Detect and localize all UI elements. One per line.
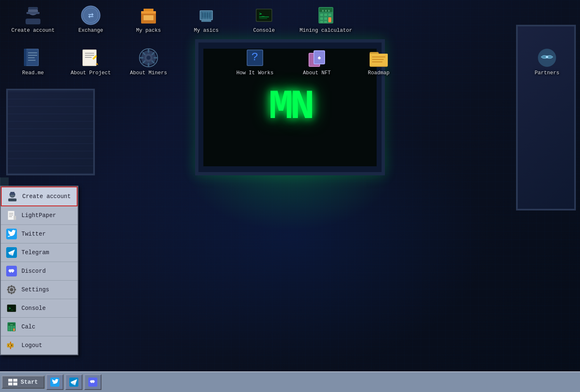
start-icon: [8, 379, 17, 385]
menu-item-calc[interactable]: 888 Calc: [1, 318, 78, 336]
start-label: Start: [21, 379, 38, 385]
menu-console-icon: >_: [6, 302, 17, 314]
my-packs-icon: [138, 5, 159, 26]
taskbar-discord-button[interactable]: [84, 374, 101, 390]
nav-roadmap[interactable]: Roadmap: [352, 45, 406, 78]
svg-point-133: [92, 382, 92, 383]
svg-text:8 8 8: 8 8 8: [322, 9, 330, 12]
nav-exchange[interactable]: ⇄ Exchange: [62, 2, 120, 35]
svg-rect-81: [8, 198, 17, 201]
svg-rect-124: [10, 342, 11, 344]
how-it-works-icon: ?: [244, 47, 266, 68]
partners-icon: [536, 47, 558, 68]
roadmap-icon: [368, 47, 389, 68]
menu-item-logout[interactable]: Logout: [1, 336, 78, 354]
svg-text:⇄: ⇄: [88, 11, 93, 21]
svg-rect-99: [11, 285, 12, 287]
about-nft-icon: ♠: [306, 47, 328, 68]
nav-console[interactable]: >_ Console: [235, 2, 293, 35]
svg-text:?: ?: [252, 51, 259, 64]
my-asics-icon: [196, 5, 217, 26]
menu-item-lightpaper[interactable]: LightPaper: [1, 206, 78, 225]
nav-how-it-works[interactable]: ? How It Works: [228, 45, 282, 78]
exchange-icon: ⇄: [80, 5, 101, 26]
nav-my-packs-label: My packs: [136, 28, 161, 33]
nav-exchange-label: Exchange: [78, 28, 103, 33]
svg-rect-118: [8, 331, 10, 331]
svg-text:>_: >_: [9, 306, 13, 310]
svg-point-79: [546, 56, 548, 58]
svg-rect-114: [13, 326, 15, 328]
menu-item-console[interactable]: >_ Console: [1, 299, 78, 318]
context-menu: Create account LightPaper Twitter: [0, 186, 78, 355]
menu-item-create-account[interactable]: Create account: [1, 187, 78, 206]
menu-create-account-icon: [7, 191, 18, 202]
svg-rect-86: [8, 211, 14, 220]
center-nav-row: ? How It Works ♠ About NFT: [136, 45, 497, 78]
svg-text:♠: ♠: [318, 54, 321, 61]
nav-roadmap-label: Roadmap: [368, 70, 390, 76]
menu-twitter-icon: [6, 228, 17, 240]
svg-point-94: [10, 271, 11, 272]
nav-how-it-works-label: How It Works: [236, 70, 273, 76]
about-project-icon: [80, 47, 101, 68]
taskbar-twitter-icon: [50, 378, 59, 387]
nav-readme-label: Read.me: [22, 70, 44, 76]
menu-item-telegram[interactable]: Telegram: [1, 243, 78, 262]
taskbar-twitter-button[interactable]: [46, 374, 64, 390]
svg-rect-129: [13, 383, 17, 385]
svg-rect-100: [11, 292, 12, 294]
svg-rect-29: [320, 14, 323, 16]
svg-rect-21: [201, 20, 211, 22]
svg-rect-31: [328, 14, 331, 16]
svg-rect-44: [24, 49, 26, 66]
mining-calculator-icon: 8 8 8: [315, 5, 337, 26]
nav-partners[interactable]: Partners: [518, 45, 576, 78]
nav-about-nft[interactable]: ♠ About NFT: [290, 45, 344, 78]
svg-rect-36: [324, 21, 327, 23]
nav-about-project-label: About Project: [71, 70, 111, 76]
svg-rect-26: [259, 18, 267, 19]
start-button[interactable]: Start: [2, 375, 45, 389]
right-nav-row: Partners: [514, 45, 580, 78]
nav-my-packs[interactable]: My packs: [120, 2, 177, 35]
menu-twitter-label: Twitter: [21, 231, 46, 237]
nav-readme[interactable]: Read.me: [4, 45, 62, 78]
svg-rect-125: [10, 347, 11, 349]
svg-rect-126: [8, 379, 12, 382]
svg-text:888: 888: [10, 324, 13, 326]
nav-create-account[interactable]: Create account: [4, 2, 62, 35]
top-nav-row: Create account ⇄ Exchange My pac: [0, 2, 580, 35]
svg-point-123: [9, 345, 11, 346]
svg-rect-3: [26, 12, 40, 14]
nav-mining-calculator[interactable]: 8 8 8 Mining calculator: [293, 2, 359, 35]
menu-telegram-icon: [6, 247, 17, 258]
nav-my-asics[interactable]: My asics: [177, 2, 235, 35]
svg-rect-35: [320, 21, 323, 23]
menu-logout-icon: [6, 340, 17, 351]
menu-item-settings[interactable]: Settings: [1, 281, 78, 299]
taskbar-telegram-button[interactable]: [65, 374, 83, 390]
menu-telegram-label: Telegram: [21, 249, 49, 256]
menu-item-discord[interactable]: Discord: [1, 262, 78, 281]
svg-rect-115: [8, 328, 10, 330]
left-panel-decoration: [6, 89, 95, 175]
svg-rect-117: [13, 328, 15, 331]
svg-rect-30: [324, 14, 327, 16]
svg-rect-2: [26, 19, 40, 24]
svg-rect-33: [324, 17, 327, 20]
menu-calc-icon: 888: [6, 321, 17, 333]
menu-discord-icon: [6, 265, 17, 277]
svg-rect-119: [11, 331, 12, 331]
svg-rect-90: [14, 216, 16, 220]
nav-about-nft-label: About NFT: [303, 70, 331, 76]
menu-console-label: Console: [21, 305, 46, 312]
taskbar-discord-icon: [88, 378, 97, 387]
svg-rect-116: [11, 328, 12, 330]
menu-item-twitter[interactable]: Twitter: [1, 225, 78, 243]
nav-about-project[interactable]: About Project: [62, 45, 120, 78]
taskbar: Start: [0, 371, 580, 392]
svg-rect-102: [14, 289, 16, 290]
nav-partners-label: Partners: [535, 70, 559, 76]
menu-logout-label: Logout: [21, 342, 42, 349]
